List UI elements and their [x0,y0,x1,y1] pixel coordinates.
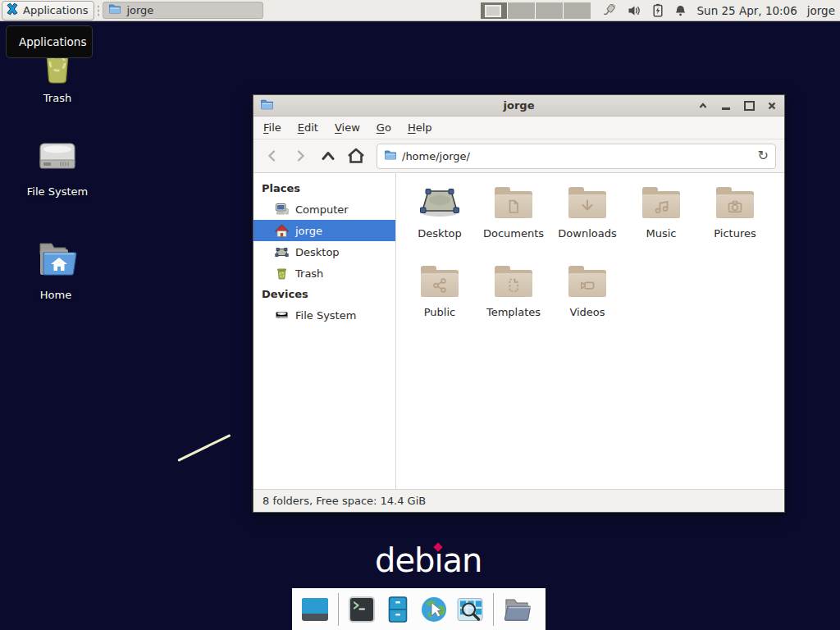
sidebar: Places Computer [253,173,396,489]
sidebar-item-computer[interactable]: Computer [253,199,395,220]
sidebar-header-places: Places [253,178,395,199]
computer-icon [275,203,289,217]
desktop-icon-home[interactable]: Home [11,239,101,301]
file-item-label: Downloads [558,227,616,240]
window-body: Places Computer [253,173,784,489]
xfce-applications-icon [6,2,19,18]
reload-icon[interactable]: ↻ [758,149,769,162]
shade-button[interactable] [697,100,709,112]
workspace-2[interactable] [508,2,535,19]
sidebar-item-jorge[interactable]: jorge [253,220,395,241]
file-item-label: Desktop [418,227,462,240]
close-button[interactable] [766,100,778,112]
menubar: File Edit View Go Help [253,116,784,139]
home-button[interactable] [345,145,367,167]
workspace-switcher[interactable] [481,2,591,19]
dock-separator [338,593,339,626]
file-item-videos[interactable]: Videos [550,258,624,337]
wallpaper-streak [177,434,231,462]
folder-view: Desktop Documents [396,173,784,489]
workspace-1[interactable] [481,2,508,19]
sidebar-header-devices: Devices [253,284,395,304]
panel-handle[interactable] [96,4,101,17]
file-item-downloads[interactable]: Downloads [550,180,624,258]
sidebar-item-label: jorge [295,225,322,237]
forward-button[interactable] [290,145,311,167]
file-item-label: Public [424,306,455,318]
trash-mini-icon [275,267,289,281]
panel-clock[interactable]: Sun 25 Apr, 10:06 [697,4,797,17]
downloads-folder-icon [568,180,606,226]
up-button[interactable] [317,145,339,167]
show-desktop-icon[interactable] [299,594,331,625]
top-panel: Applications jorge [0,0,840,21]
toolbar: /home/jorge/ ↻ [253,139,784,173]
file-item-pictures[interactable]: Pictures [698,180,772,258]
desktop-icon-label: Home [40,289,71,301]
applications-menu-label: Applications [23,4,88,16]
sidebar-item-label: Desktop [295,246,340,258]
hard-drive-icon [36,137,79,181]
file-manager-dock-icon[interactable] [382,594,413,625]
pictures-folder-icon [716,180,754,226]
notifications-bell-icon[interactable] [674,4,687,17]
debian-logo: debıan [375,541,482,579]
desktop-icon-label: File System [27,185,88,198]
window-controls [697,100,778,112]
public-folder-icon [421,258,459,304]
volume-icon[interactable] [628,4,641,17]
menu-edit[interactable]: Edit [298,121,318,134]
sidebar-item-label: File System [295,309,356,322]
sidebar-item-label: Trash [295,267,323,280]
folder-dock-icon[interactable] [501,594,532,625]
menu-go[interactable]: Go [377,121,391,134]
file-item-desktop[interactable]: Desktop [403,180,477,258]
battery-charging-icon[interactable] [652,3,664,17]
desktop-item-icon [419,180,460,226]
file-item-label: Pictures [714,227,756,240]
file-item-label: Videos [569,306,605,318]
desktop: Applications jorge [0,0,840,630]
workspace-4[interactable] [564,2,591,19]
taskbar-window-button[interactable]: jorge [103,2,263,19]
documents-folder-icon [495,180,532,226]
sidebar-item-desktop[interactable]: Desktop [253,241,395,262]
workspace-3[interactable] [536,2,563,19]
desktop-icon-label: Trash [43,92,71,104]
applications-menu-button[interactable]: Applications [2,1,94,21]
taskbar-window-title: jorge [126,4,153,16]
window-titlebar[interactable]: jorge [253,95,784,116]
system-tray [602,3,687,17]
desktop-icon-filesystem[interactable]: File System [12,137,103,198]
panel-username[interactable]: jorge [807,4,835,17]
location-bar[interactable]: /home/jorge/ ↻ [377,144,776,169]
dock-separator [493,593,494,626]
file-item-music[interactable]: Music [624,180,698,258]
back-button[interactable] [262,145,283,167]
sidebar-item-file-system[interactable]: File System [253,304,395,326]
sidebar-item-trash[interactable]: Trash [253,262,395,284]
desktop-mini-icon [275,245,289,259]
terminal-icon[interactable] [346,594,377,625]
file-item-label: Music [646,227,677,240]
home-icon [275,224,289,238]
menu-file[interactable]: File [263,121,281,134]
app-finder-icon[interactable] [454,594,486,625]
workspace-window-thumbnail [485,5,501,17]
minimize-button[interactable] [720,100,732,112]
file-item-public[interactable]: Public [403,258,477,337]
file-item-templates[interactable]: Templates [477,258,550,337]
network-cable-icon[interactable] [602,3,617,17]
templates-folder-icon [495,258,532,304]
path-text[interactable]: /home/jorge/ [402,150,753,162]
videos-folder-icon [568,258,606,304]
menu-help[interactable]: Help [408,121,432,134]
maximize-button[interactable] [743,100,755,112]
applications-tooltip: Applications [6,25,93,58]
file-item-documents[interactable]: Documents [477,180,550,258]
sidebar-item-label: Computer [295,203,349,216]
file-manager-window: jorge File Edit View Go Help [253,94,785,513]
menu-view[interactable]: View [335,121,360,134]
path-folder-icon [384,148,397,164]
web-browser-icon[interactable] [418,594,450,625]
